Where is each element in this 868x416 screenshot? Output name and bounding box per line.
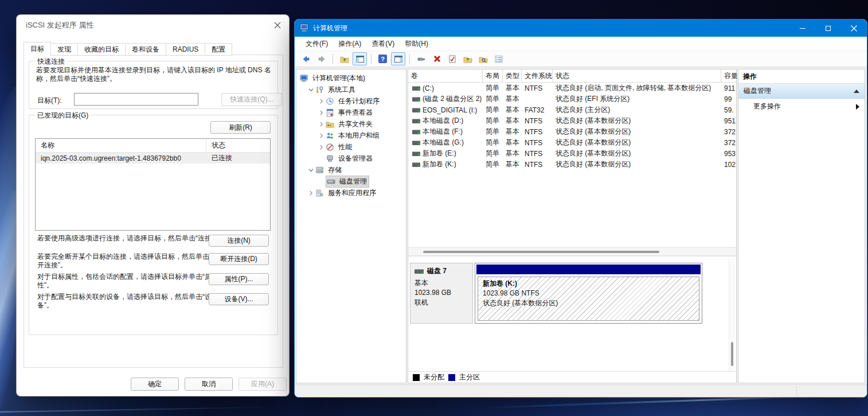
scrollbar-thumb[interactable] (731, 342, 733, 366)
refresh-button[interactable]: 刷新(R) (210, 121, 271, 134)
tree-item-services-applications[interactable]: 服务和应用程序 (296, 187, 406, 199)
close-icon[interactable] (266, 15, 289, 36)
volume-row[interactable]: 新加卷 (K:) 简单 基本 NTFS 状态良好 (基本数据分区) 102 (408, 159, 736, 170)
cancel-button[interactable]: 取消 (185, 378, 233, 391)
column-type[interactable]: 类型 (503, 69, 522, 82)
dialog-title: iSCSI 发起程序 属性 (26, 20, 93, 30)
chevron-placeholder (317, 154, 326, 163)
toolbar-separator (333, 54, 333, 64)
red-x-glyph (433, 55, 440, 63)
disconnect-button[interactable]: 断开连接(D) (209, 253, 269, 265)
disk-info-card[interactable]: 磁盘 7 基本 1023.98 GB 联机 (410, 263, 473, 324)
column-layout[interactable]: 布局 (483, 69, 503, 82)
column-capacity[interactable]: 容量 (721, 69, 737, 82)
tree-item-local-users-groups[interactable]: 本地用户和组 (296, 130, 406, 141)
tab-volumes-devices[interactable]: 卷和设备 (125, 43, 166, 56)
volume-icon (412, 130, 420, 134)
properties-button[interactable]: 属性(P)... (209, 273, 269, 285)
tab-configuration[interactable]: 配置 (205, 43, 232, 56)
tree-item-shared-folders[interactable]: 共享文件夹 (296, 118, 406, 130)
computer-icon (300, 23, 309, 34)
tree-label: 本地用户和组 (338, 131, 380, 141)
console-tree-pane: 计算机管理(本地) 系统工具 任务计划程序 (296, 69, 406, 383)
volume-row[interactable]: EOS_DIGITAL (I:) 简单 基本 FAT32 状态良好 (主分区) … (408, 104, 736, 115)
chevron-down-icon[interactable] (307, 85, 315, 94)
volume-row[interactable]: (磁盘 2 磁盘分区 2) 简单 基本 状态良好 (EFI 系统分区) 99 (408, 94, 736, 104)
partition-legend: 未分配 主分区 (408, 371, 736, 383)
chevron-right-icon[interactable] (307, 189, 315, 197)
tree-item-event-viewer[interactable]: 事件查看器 (296, 107, 406, 118)
tree-item-disk-management[interactable]: 磁盘管理 (296, 176, 406, 187)
upload-folder-icon[interactable] (460, 52, 475, 65)
volume-row[interactable]: 新加卷 (E:) 简单 基本 NTFS 状态良好 (基本数据分区) 953 (408, 148, 736, 159)
search-folder-icon[interactable] (476, 52, 490, 65)
column-volume[interactable]: 卷 (408, 69, 483, 82)
more-actions-item[interactable]: 更多操作 (738, 99, 865, 114)
quick-connect-button[interactable]: 快速连接(Q)... (221, 93, 282, 106)
close-button[interactable] (841, 20, 867, 37)
volume-row[interactable]: 本地磁盘 (F:) 简单 基本 NTFS 状态良好 (基本数据分区) 372 (408, 126, 736, 137)
maximize-button[interactable] (815, 20, 841, 37)
connect-hint: 若要使用高级选项进行连接，请选择目标，然后单击“连接”。 (37, 234, 222, 243)
tree-item-computer-management[interactable]: 计算机管理(本地) (296, 72, 406, 84)
help-icon[interactable] (376, 52, 390, 65)
minimize-button[interactable] (789, 20, 815, 37)
menu-action[interactable]: 操作(A) (333, 37, 366, 50)
checklist-icon[interactable] (491, 52, 506, 65)
chevron-right-icon[interactable] (317, 97, 326, 106)
chevron-right-icon[interactable] (317, 108, 326, 117)
volume-row[interactable]: (C:) 简单 基本 NTFS 状态良好 (启动, 页面文件, 故障转储, 基本… (408, 83, 736, 94)
device-icon[interactable] (414, 52, 428, 65)
window-titlebar[interactable]: 计算机管理 (295, 20, 867, 37)
console-tree-toggle-icon[interactable] (353, 52, 367, 65)
target-input[interactable] (74, 93, 198, 106)
column-status[interactable]: 状态 (553, 69, 721, 82)
column-name[interactable]: 名称 (36, 139, 206, 152)
tab-favorite-targets[interactable]: 收藏的目标 (77, 43, 126, 56)
tab-radius[interactable]: RADIUS (166, 43, 205, 56)
menu-bar: 文件(F) 操作(A) 查看(V) 帮助(H) (295, 37, 867, 51)
menu-help[interactable]: 帮助(H) (400, 37, 433, 50)
tree-item-storage[interactable]: 存储 (296, 164, 406, 176)
tab-targets[interactable]: 目标 (24, 42, 51, 56)
horizontal-scrollbar[interactable] (408, 247, 736, 255)
tree-item-device-manager[interactable]: 设备管理器 (296, 153, 406, 164)
tree-item-task-scheduler[interactable]: 任务计划程序 (296, 95, 406, 107)
disk-management-actions-header[interactable]: 磁盘管理 (738, 84, 865, 99)
tree-item-performance[interactable]: 性能 (296, 141, 406, 153)
selected-volume-area[interactable]: 新加卷 (K:) 1023.98 GB NTFS 状态良好 (基本数据分区) (478, 277, 699, 321)
delete-icon[interactable] (429, 52, 444, 65)
chevron-right-icon[interactable] (317, 131, 326, 140)
column-status[interactable]: 状态 (206, 139, 270, 152)
column-filesystem[interactable]: 文件系统 (522, 69, 553, 82)
chevron-down-icon[interactable] (307, 166, 315, 174)
chevron-right-icon[interactable] (317, 120, 326, 129)
volume-row[interactable]: 本地磁盘 (G:) 简单 基本 NTFS 状态良好 (基本数据分区) 372 (408, 137, 736, 148)
tree-item-system-tools[interactable]: 系统工具 (296, 84, 406, 95)
check-document-icon[interactable] (445, 52, 459, 65)
menu-view[interactable]: 查看(V) (366, 37, 400, 50)
table-row[interactable]: iqn.2025-03.com.ugreen:target-1.4836792b… (36, 153, 270, 164)
dialog-titlebar[interactable]: iSCSI 发起程序 属性 (17, 15, 289, 36)
tab-discovery[interactable]: 发现 (50, 43, 78, 56)
chevron-right-icon[interactable] (317, 143, 326, 151)
devices-button[interactable]: 设备(V)... (209, 293, 269, 305)
ok-button[interactable]: 确定 (131, 378, 179, 391)
volume-list-pane: 卷 布局 类型 文件系统 状态 容量 (C:) 简单 基本 NTFS 状态良好 … (408, 69, 736, 256)
actions-title: 操作 (738, 69, 865, 84)
tree-label: 事件查看器 (338, 108, 373, 118)
menu-file[interactable]: 文件(F) (300, 37, 333, 50)
vertical-scrollbar[interactable] (729, 258, 735, 371)
up-folder-icon[interactable] (337, 52, 351, 65)
volume-region[interactable]: 新加卷 (K:) 1023.98 GB NTFS 状态良好 (基本数据分区) (475, 263, 702, 324)
volume-row[interactable]: 本地磁盘 (D:) 简单 基本 NTFS 状态良好 (基本数据分区) 951 (408, 115, 736, 126)
volume-icon (412, 97, 420, 102)
collapse-icon[interactable] (854, 90, 859, 93)
back-icon[interactable] (299, 52, 313, 65)
window-title: 计算机管理 (313, 24, 347, 33)
scrollbar-thumb[interactable] (423, 251, 659, 253)
apply-button[interactable]: 应用(A) (238, 378, 287, 391)
forward-icon[interactable] (314, 52, 329, 65)
action-pane-toggle-icon[interactable] (391, 52, 405, 65)
connect-button[interactable]: 连接(N) (209, 235, 269, 247)
